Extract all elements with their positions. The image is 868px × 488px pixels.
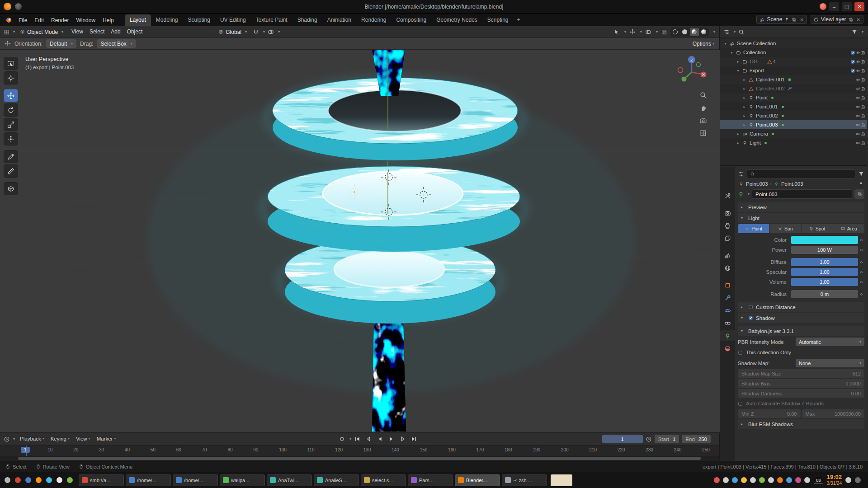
property-value-field[interactable]: 1.00: [791, 258, 858, 266]
render-visibility-toggle[interactable]: [860, 104, 865, 109]
xray-toggle-icon[interactable]: [661, 29, 667, 35]
workspace-tab[interactable]: Scripting: [482, 14, 514, 26]
hide-eye-toggle[interactable]: [855, 141, 860, 145]
taskbar-window-button[interactable]: wallpa...: [220, 474, 265, 486]
taskbar-launcher[interactable]: [55, 476, 64, 485]
taskbar-window-button[interactable]: /home/...: [173, 474, 218, 486]
drag-dropdown[interactable]: Select Box▾: [97, 39, 136, 48]
taskbar-thumbnail[interactable]: [551, 474, 572, 486]
datablock-name-field[interactable]: Point.003: [752, 189, 852, 199]
disclosure-icon[interactable]: ▸: [735, 141, 741, 145]
outliner-item-label[interactable]: OG: [749, 59, 758, 64]
disclosure-icon[interactable]: ▸: [735, 132, 741, 136]
outliner-row[interactable]: ▸ Point.001: [720, 102, 867, 111]
taskbar-window-button[interactable]: Blender...: [455, 474, 500, 486]
tray-icon[interactable]: [750, 477, 756, 483]
collection-only-checkbox[interactable]: [738, 350, 743, 355]
camera-view-icon[interactable]: [699, 117, 707, 124]
outliner-row[interactable]: ▸ Point.002: [720, 111, 867, 120]
scale-tool[interactable]: [4, 118, 18, 131]
timeline-menu-item[interactable]: Keying▾: [47, 435, 73, 443]
render-visibility-toggle[interactable]: [860, 113, 865, 118]
animate-dot[interactable]: [858, 249, 864, 251]
outliner-item-label[interactable]: Point.003: [755, 122, 778, 127]
tray-icon[interactable]: [723, 477, 729, 483]
workspace-tab[interactable]: Modeling: [151, 14, 183, 26]
tray-icon[interactable]: [795, 477, 801, 483]
tray-icon[interactable]: [777, 477, 783, 483]
timeline-ruler[interactable]: 1102030405060708090100110120130140150160…: [0, 445, 719, 456]
disclosure-icon[interactable]: ▾: [729, 51, 735, 55]
property-value-field[interactable]: 1.00: [791, 268, 858, 276]
min-z-field[interactable]: Min Z0.00: [738, 409, 801, 418]
taskbar-window-button[interactable]: /home/...: [126, 474, 171, 486]
hide-eye-toggle[interactable]: [855, 77, 860, 82]
properties-tab[interactable]: [720, 343, 735, 354]
disclosure-icon[interactable]: ▸: [741, 105, 747, 109]
mode-selector[interactable]: Object Mode▾: [17, 28, 66, 36]
show-desktop-icon[interactable]: [855, 477, 861, 483]
outliner-item-label[interactable]: Point: [755, 95, 768, 100]
properties-tab[interactable]: [720, 318, 735, 328]
shading-mode-button[interactable]: [690, 28, 699, 36]
outliner-item-label[interactable]: Point.002: [755, 113, 778, 118]
menubar-item[interactable]: Edit: [31, 16, 47, 25]
workspace-tab[interactable]: Geometry Nodes: [431, 14, 482, 26]
shadow-checkbox[interactable]: [748, 315, 753, 320]
panel-custom-distance[interactable]: ▸ Custom Distance: [738, 302, 864, 312]
taskbar-launcher[interactable]: [65, 476, 74, 485]
hide-eye-toggle[interactable]: [855, 95, 860, 100]
taskbar-window-button[interactable]: AnaTwi...: [267, 474, 312, 486]
animate-dot[interactable]: [858, 293, 864, 296]
properties-search-input[interactable]: [757, 171, 852, 177]
outliner-item-label[interactable]: Light: [749, 140, 761, 145]
taskbar-launcher[interactable]: [44, 476, 53, 485]
breadcrumb-object[interactable]: Point.003: [746, 181, 768, 187]
taskbar-window-button[interactable]: smb://a...: [79, 474, 124, 486]
outliner-row[interactable]: ▸ Light: [720, 138, 867, 147]
tray-icon[interactable]: [741, 477, 747, 483]
filter-funnel-icon[interactable]: [858, 171, 864, 177]
light-type-button[interactable]: Sun: [769, 224, 801, 233]
panel-light[interactable]: ▾ Light: [738, 213, 864, 223]
disclosure-icon[interactable]: ▸: [741, 123, 747, 127]
properties-tab[interactable]: [720, 190, 735, 201]
workspace-tab[interactable]: Compositing: [391, 14, 431, 26]
property-value-field[interactable]: 0 m: [791, 290, 858, 298]
animate-dot[interactable]: [858, 239, 864, 241]
tray-icon[interactable]: [768, 477, 774, 483]
outliner-row[interactable]: ▾ Collection: [720, 48, 867, 57]
tray-icon[interactable]: [714, 477, 720, 483]
outliner-item-label[interactable]: Cylinder.002: [755, 86, 785, 91]
render-visibility-toggle[interactable]: [860, 59, 865, 64]
hide-eye-toggle[interactable]: [855, 59, 860, 64]
scene-selector[interactable]: Scene ✕: [756, 15, 807, 24]
measure-tool[interactable]: [4, 164, 18, 178]
filter-funnel-icon[interactable]: [851, 29, 858, 35]
auto-calc-row[interactable]: Auto Calculate Shadow Z Bounds: [738, 399, 864, 408]
new-scene-icon[interactable]: [792, 17, 797, 22]
add-workspace-button[interactable]: +: [514, 15, 524, 26]
properties-tab[interactable]: [720, 263, 735, 273]
timeline-menu-item[interactable]: Marker▾: [94, 435, 119, 443]
render-visibility-toggle[interactable]: [860, 86, 865, 91]
hide-eye-toggle[interactable]: [855, 104, 860, 109]
editor-type-icon[interactable]: [4, 29, 10, 35]
tray-icon[interactable]: [804, 477, 810, 483]
taskbar-window-button[interactable]: ~: zsh ...: [502, 474, 547, 486]
properties-tab[interactable]: [720, 233, 735, 244]
exclude-checkbox[interactable]: [850, 50, 855, 55]
taskbar-window-button[interactable]: Pars...: [408, 474, 453, 486]
properties-tab[interactable]: [720, 292, 735, 303]
remove-viewlayer-icon[interactable]: ✕: [857, 17, 860, 22]
taskbar-window-button[interactable]: AnalieS...: [314, 474, 359, 486]
play-reverse-button[interactable]: [375, 435, 385, 444]
search-icon[interactable]: [738, 29, 745, 35]
animate-dot[interactable]: [858, 271, 864, 273]
disclosure-icon[interactable]: ▸: [741, 96, 747, 100]
hide-eye-toggle[interactable]: [855, 50, 860, 55]
light-type-button[interactable]: Point: [738, 224, 769, 233]
outliner-row[interactable]: ▾ Scene Collection: [720, 39, 867, 48]
workspace-tab[interactable]: Animation: [322, 14, 356, 26]
pan-hand-icon[interactable]: [699, 104, 707, 112]
